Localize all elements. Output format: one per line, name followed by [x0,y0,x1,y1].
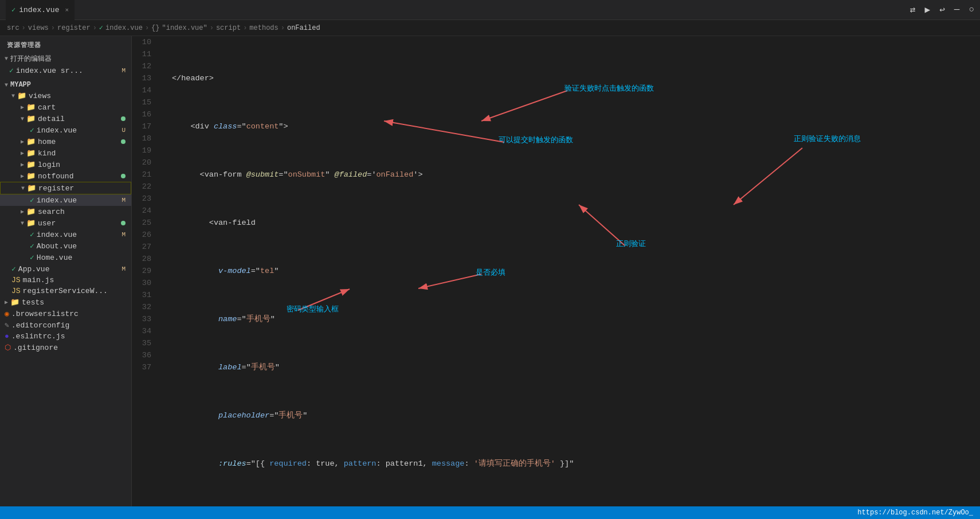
sidebar-item-eslintrc[interactable]: ● .eslintrc.js [0,331,131,342]
sidebar-open-editors[interactable]: ▼ 打开的编辑器 [0,52,131,65]
code-line-13: <van-field [172,217,969,229]
ln25: 25 [132,217,155,229]
ln11: 11 [132,48,155,60]
register-service-label: registerServiceW... [23,287,108,295]
js-main-icon: JS [11,276,21,284]
sidebar-item-register-index[interactable]: ✓ index.vue M [0,194,131,206]
sidebar-item-detail[interactable]: ▼ 📁 detail [0,113,131,124]
top-bar-actions: ⇄ ▶ ↩ — ○ [910,4,974,15]
folder-user-icon: 📁 [26,218,36,228]
ln28: 28 [132,253,155,265]
bc-views: views [28,24,49,32]
sidebar-item-main-js[interactable]: JS main.js [0,275,131,286]
code-line-19: /> [172,506,969,506]
app-vue-badge: M [121,266,126,272]
code-line-15: name="手机号" [172,313,969,325]
project-name: MYAPP [10,81,31,89]
sidebar-item-editorconfig[interactable]: ✎ .editorconfig [0,319,131,331]
folder-detail-label: detail [38,115,65,123]
folder-search-label: search [38,208,65,216]
ln21: 21 [132,169,155,181]
back-icon[interactable]: ↩ [939,4,945,15]
ln10: 10 [132,36,155,48]
ln18: 18 [132,132,155,145]
editor: 10 11 12 13 14 15 16 17 18 19 20 21 22 2… [132,36,980,506]
js-register-icon: JS [11,287,21,295]
register-index-label: index.vue [37,196,77,205]
caret-register: ▼ [21,185,25,192]
status-bar: https://blog.csdn.net/ZywOo_ [0,506,980,519]
app-vue-label: App.vue [18,265,50,274]
sidebar-item-search[interactable]: ▶ 📁 search [0,206,131,217]
caret-login: ▶ [21,161,24,168]
sidebar-item-about[interactable]: ✓ About.vue [0,240,131,252]
sidebar-item-login[interactable]: ▶ 📁 login [0,159,131,170]
bc-vue-icon: ✓ [99,24,103,32]
vue-register-icon: ✓ [30,196,34,205]
detail-index-badge: U [121,127,126,134]
folder-user-label: user [38,219,56,228]
open-file-item[interactable]: ✓ index.vue sr... M [0,65,131,76]
run-icon[interactable]: ▶ [925,4,931,15]
home-vue-label: Home.vue [37,253,72,262]
ln26: 26 [132,229,155,241]
folder-kind-icon: 📁 [26,149,36,158]
sidebar-item-user-index[interactable]: ✓ index.vue M [0,229,131,240]
sidebar-item-detail-index[interactable]: ✓ index.vue U [0,124,131,136]
editorconfig-icon: ✎ [5,321,9,330]
circle-icon[interactable]: ○ [969,5,974,15]
folder-notfound-label: notfound [38,172,73,181]
sidebar-item-browserslistrc[interactable]: ◉ .browserslistrc [0,308,131,319]
project-label[interactable]: ▼ MYAPP [0,79,131,90]
browserslistrc-label: .browserslistrc [11,310,79,318]
ln20: 20 [132,157,155,169]
status-url: https://blog.csdn.net/ZywOo_ [857,509,973,517]
tab-close-icon[interactable]: × [65,7,69,14]
ln32: 32 [132,301,155,313]
sidebar-item-cart[interactable]: ▶ 📁 cart [0,102,131,113]
ln14: 14 [132,84,155,96]
breadcrumb: src › views › register › ✓ index.vue › {… [0,20,980,36]
split-editor-icon[interactable]: ⇄ [910,4,916,15]
bc-src: src [7,24,19,32]
detail-dot [121,116,126,121]
ln12: 12 [132,60,155,72]
ln16: 16 [132,108,155,120]
folder-tests-icon: 📁 [10,298,19,307]
minus-icon[interactable]: — [954,5,960,15]
vue-detail-icon: ✓ [30,126,34,135]
tab-label: index.vue [19,6,59,14]
caret-home: ▶ [21,138,24,145]
sidebar-item-home-vue[interactable]: ✓ Home.vue [0,252,131,263]
sidebar-item-gitignore[interactable]: ⬡ .gitignore [0,342,131,353]
sidebar-item-register[interactable]: ▼ 📁 register [0,182,131,194]
sidebar-item-kind[interactable]: ▶ 📁 kind [0,147,131,159]
sidebar-item-user[interactable]: ▼ 📁 user [0,217,131,229]
bc-register: register [57,24,91,32]
sidebar-item-views[interactable]: ▼ 📁 views [0,90,131,102]
ln29: 29 [132,265,155,277]
bc-onfailed: onFailed [287,24,320,32]
sidebar-item-app-vue[interactable]: ✓ App.vue M [0,263,131,275]
ln23: 23 [132,193,155,205]
sidebar-item-home[interactable]: ▶ 📁 home [0,136,131,147]
ln27: 27 [132,241,155,253]
folder-cart-icon: 📁 [26,103,36,112]
ln34: 34 [132,325,155,337]
browserslist-icon: ◉ [5,309,9,318]
bc-sep5: › [210,24,214,32]
notfound-dot [121,174,126,178]
editorconfig-label: .editorconfig [11,321,69,330]
tab-index-vue[interactable]: ✓ index.vue × [6,0,75,20]
line-numbers: 10 11 12 13 14 15 16 17 18 19 20 21 22 2… [132,36,160,506]
bc-sep7: › [281,24,285,32]
home-dot [121,139,126,144]
sidebar-item-register-service[interactable]: JS registerServiceW... [0,286,131,296]
eslint-icon: ● [5,332,9,341]
sidebar-item-notfound[interactable]: ▶ 📁 notfound [0,170,131,182]
folder-login-label: login [38,161,60,169]
bc-methods: methods [249,24,278,32]
sidebar-item-tests[interactable]: ▶ 📁 tests [0,296,131,308]
code-area: </header> <div class="content"> <van-for… [160,36,980,506]
git-icon: ⬡ [5,343,11,352]
